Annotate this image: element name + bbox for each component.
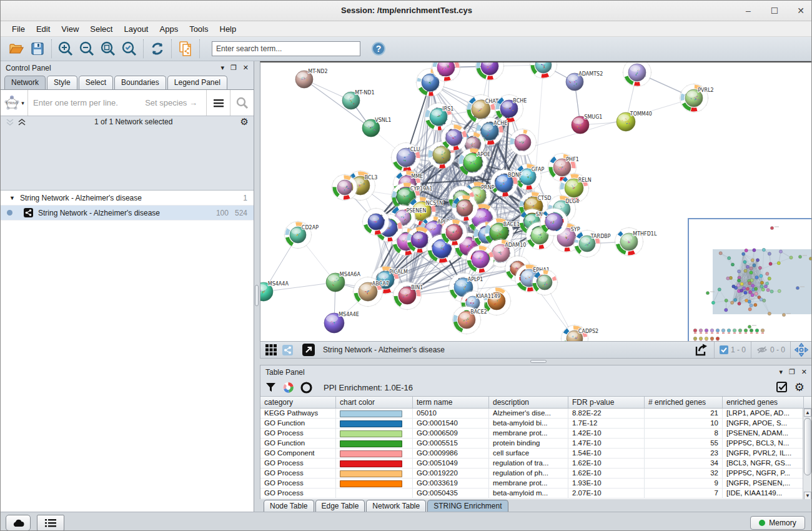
network-node[interactable] bbox=[622, 62, 652, 87]
network-node[interactable]: CD2AP bbox=[284, 221, 319, 249]
close-panel-icon[interactable]: ✕ bbox=[801, 368, 807, 376]
menu-tools[interactable]: Tools bbox=[184, 22, 213, 36]
tab-select[interactable]: Select bbox=[79, 76, 113, 89]
minimize-button[interactable]: – bbox=[741, 4, 755, 17]
species-hint[interactable]: Set species → bbox=[145, 98, 197, 107]
select-columns-icon[interactable] bbox=[776, 382, 788, 394]
query-options-button[interactable] bbox=[206, 90, 230, 116]
column-header-term-name[interactable]: term name bbox=[413, 397, 489, 408]
help-button[interactable]: ? bbox=[368, 39, 389, 59]
splitter-handle[interactable] bbox=[530, 360, 547, 363]
menu-file[interactable]: File bbox=[7, 22, 30, 36]
zoom-out-button[interactable] bbox=[76, 39, 97, 59]
table-row[interactable]: GO FunctionGO:0001540beta-amyloid bi...1… bbox=[260, 419, 812, 429]
network-options-gear-icon[interactable]: ⚙ bbox=[240, 116, 249, 127]
network-node[interactable]: SMUG1 bbox=[572, 114, 602, 134]
close-panel-icon[interactable]: ✕ bbox=[243, 64, 249, 72]
network-row[interactable]: String Network - Alzheimer's disease 100… bbox=[1, 206, 254, 221]
network-node[interactable]: ADAMTS2 bbox=[566, 71, 603, 91]
column-header-fdr-p-value[interactable]: FDR p-value bbox=[568, 397, 645, 408]
network-node[interactable]: MTHFD1L bbox=[614, 227, 657, 257]
table-row[interactable]: GO FunctionGO:0005515protein binding1.47… bbox=[260, 439, 812, 449]
zoom-in-button[interactable] bbox=[55, 39, 76, 59]
table-row[interactable]: GO ComponentGO:0009986cell surface1.54E-… bbox=[260, 449, 812, 459]
network-node[interactable] bbox=[475, 62, 505, 81]
table-row[interactable]: KEGG Pathways05010Alzheimer's dise...8.8… bbox=[260, 409, 812, 419]
column-header--enriched-genes[interactable]: # enriched genes bbox=[645, 397, 723, 408]
menu-edit[interactable]: Edit bbox=[31, 22, 55, 36]
network-node[interactable]: MS4A4A bbox=[260, 281, 289, 302]
ring-chart-icon[interactable] bbox=[300, 382, 312, 394]
horizontal-splitter[interactable] bbox=[260, 359, 812, 365]
network-collection-row[interactable]: ▼ String Network - Alzheimer's disease 1 bbox=[1, 191, 254, 206]
menu-help[interactable]: Help bbox=[215, 22, 242, 36]
float-panel-icon[interactable]: ❐ bbox=[789, 368, 795, 376]
tab-string-enrichment[interactable]: STRING Enrichment bbox=[427, 500, 508, 512]
network-node[interactable] bbox=[529, 62, 558, 79]
query-search-button[interactable] bbox=[230, 90, 254, 116]
panel-menu-icon[interactable]: ▾ bbox=[779, 368, 783, 376]
save-session-button[interactable] bbox=[27, 39, 48, 59]
pie-chart-icon[interactable] bbox=[282, 382, 294, 394]
menu-layout[interactable]: Layout bbox=[119, 22, 153, 36]
eye-hidden-icon[interactable] bbox=[756, 345, 768, 354]
task-history-button[interactable] bbox=[37, 515, 64, 531]
network-node[interactable]: PVRL2 bbox=[679, 83, 714, 113]
table-row[interactable]: GO ProcessGO:0051049regulation of tra...… bbox=[260, 459, 812, 469]
menu-view[interactable]: View bbox=[56, 22, 84, 36]
search-input[interactable] bbox=[212, 41, 360, 56]
network-node[interactable]: MT-ND1 bbox=[342, 90, 374, 109]
network-node[interactable]: MT-ND2 bbox=[295, 69, 327, 88]
network-canvas[interactable]: MT-ND2MT-ND1VSNL1GAB2ADAMTS2IRS1CHATBCHE… bbox=[260, 61, 812, 341]
tab-edge-table[interactable]: Edge Table bbox=[315, 500, 365, 512]
column-header-description[interactable]: description bbox=[489, 397, 568, 408]
tab-network[interactable]: Network bbox=[4, 76, 46, 89]
expand-all-icon[interactable] bbox=[17, 118, 27, 126]
collapse-triangle-icon[interactable]: ▼ bbox=[9, 195, 15, 201]
birdseye-toggle[interactable] bbox=[790, 342, 812, 358]
close-button[interactable]: ✕ bbox=[794, 4, 808, 17]
checkbox-icon[interactable] bbox=[720, 345, 728, 354]
scrollbar-thumb[interactable] bbox=[804, 418, 811, 475]
network-node[interactable]: MS4A4E bbox=[324, 312, 359, 333]
column-header-category[interactable]: category bbox=[260, 397, 336, 408]
memory-button[interactable]: Memory bbox=[750, 516, 805, 530]
column-header-enriched-genes[interactable]: enriched genes bbox=[723, 397, 804, 408]
zoom-selected-button[interactable] bbox=[119, 39, 140, 59]
tab-node-table[interactable]: Node Table bbox=[264, 500, 314, 512]
scroll-up-arrow[interactable]: ▲ bbox=[804, 409, 811, 417]
table-row[interactable]: GO ProcessGO:0006509membrane prot...1.42… bbox=[260, 429, 812, 439]
grid-view-button[interactable] bbox=[263, 342, 279, 357]
collapse-all-icon[interactable] bbox=[6, 118, 15, 126]
table-settings-gear-icon[interactable]: ⚙ bbox=[795, 380, 805, 394]
tab-network-table[interactable]: Network Table bbox=[366, 500, 426, 512]
export-network-button[interactable] bbox=[694, 342, 710, 357]
string-view-button[interactable] bbox=[279, 342, 295, 357]
refresh-button[interactable] bbox=[147, 39, 168, 59]
float-panel-icon[interactable]: ❐ bbox=[230, 64, 237, 72]
string-protein-query-selector[interactable]: STRING ▾ bbox=[1, 90, 28, 116]
menu-apps[interactable]: Apps bbox=[155, 22, 184, 36]
network-node[interactable]: TOMM40 bbox=[616, 111, 652, 132]
filter-icon[interactable] bbox=[265, 382, 276, 393]
zoom-fit-button[interactable] bbox=[97, 39, 119, 59]
birdseye-view[interactable] bbox=[688, 218, 812, 341]
network-node[interactable]: BACE2 bbox=[452, 305, 487, 335]
string-query-input[interactable]: Enter one term per line. Set species → bbox=[28, 90, 206, 116]
table-scrollbar[interactable]: ▲ ▼ bbox=[803, 409, 812, 500]
panel-menu-icon[interactable]: ▾ bbox=[220, 64, 224, 72]
tab-boundaries[interactable]: Boundaries bbox=[114, 76, 166, 89]
network-node[interactable]: PHF1 bbox=[547, 152, 579, 182]
table-row[interactable]: GO ProcessGO:0033619membrane prot...1.93… bbox=[260, 479, 812, 489]
network-node[interactable]: ABCA7 bbox=[352, 276, 389, 307]
column-header-chart-color[interactable]: chart color bbox=[336, 397, 413, 408]
tab-legend-panel[interactable]: Legend Panel bbox=[167, 76, 227, 89]
network-node[interactable]: VSNL1 bbox=[362, 117, 391, 137]
table-row[interactable]: GO ProcessGO:0050435beta-amyloid m...2.0… bbox=[260, 489, 812, 499]
open-session-button[interactable] bbox=[6, 39, 27, 59]
detach-view-button[interactable] bbox=[300, 342, 317, 357]
tab-style[interactable]: Style bbox=[47, 76, 77, 89]
cloud-tasks-button[interactable] bbox=[6, 515, 31, 531]
table-row[interactable]: GO ProcessGO:0019220regulation of ph...1… bbox=[260, 469, 812, 479]
splitter-handle[interactable] bbox=[255, 285, 259, 306]
